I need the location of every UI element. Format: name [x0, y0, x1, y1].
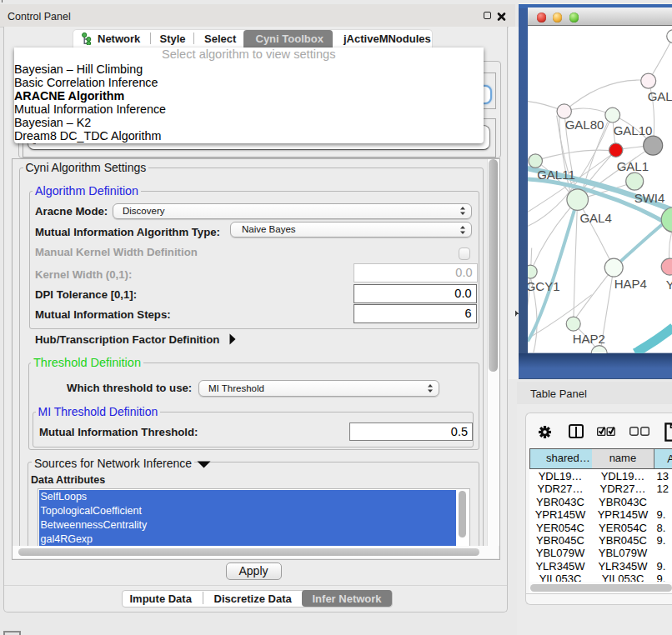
svg-text:YM: YM	[666, 278, 672, 292]
svg-text:GAL80: GAL80	[565, 118, 604, 132]
svg-text:HAP4: HAP4	[614, 277, 647, 291]
svg-text:GAL1: GAL1	[617, 159, 649, 173]
svg-text:GAL4: GAL4	[580, 211, 612, 225]
svg-text:GAL10: GAL10	[614, 123, 653, 138]
svg-text:SWI4: SWI4	[634, 191, 665, 205]
svg-text:GCY1: GCY1	[528, 279, 560, 293]
svg-text:GAL11: GAL11	[537, 168, 575, 182]
svg-text:HAP2: HAP2	[573, 332, 605, 346]
svg-text:GAL7: GAL7	[648, 89, 672, 103]
